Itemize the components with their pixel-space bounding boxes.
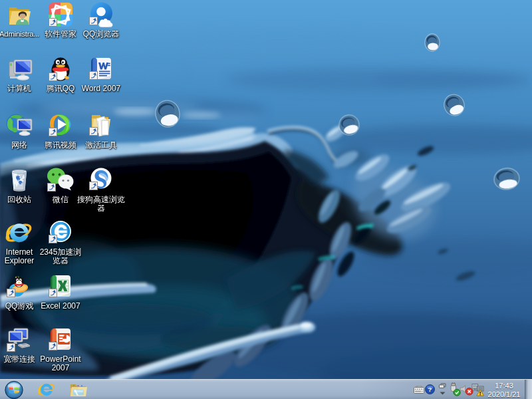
svg-text:?: ? [428,386,432,393]
